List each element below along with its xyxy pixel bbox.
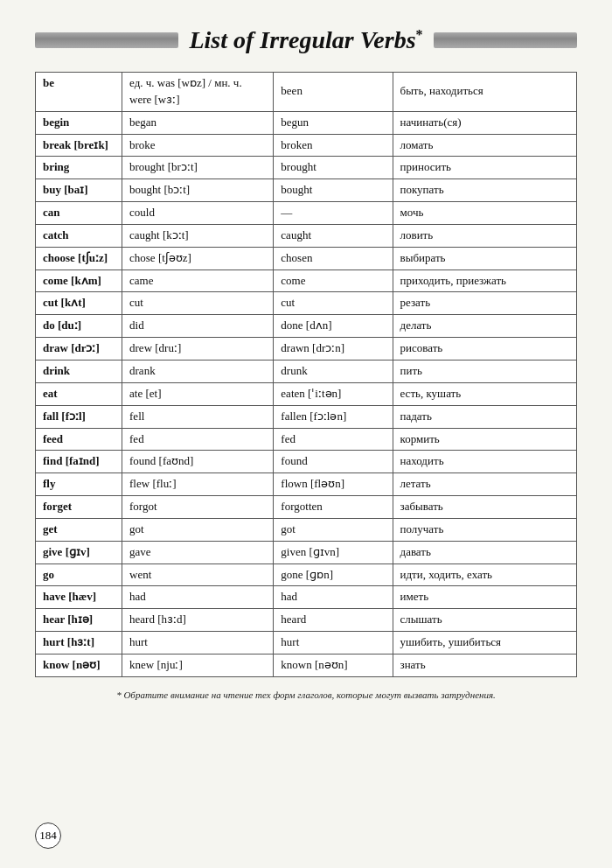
verb-trans: ловить [393,224,576,247]
verb-base: find [faɪnd] [36,451,122,473]
title-text: List of Irregular Verbs [189,26,415,53]
verb-trans: рисовать [393,338,576,360]
verb-base: get [36,518,122,541]
verb-trans: слышать [393,609,576,632]
verb-base: draw [drɔː] [36,338,122,360]
verb-trans: идти, ходить, ехать [393,564,576,586]
verb-base: come [kʌm] [36,270,122,292]
verb-trans: приносить [393,157,576,179]
table-row: give [ɡɪv] gave given [ɡɪvn] давать [36,541,577,564]
verb-past: drank [122,360,274,382]
verb-past: did [122,315,274,338]
table-row: come [kʌm] came come приходить, приезжат… [36,270,577,292]
verb-past: chose [tʃəʊz] [122,247,274,270]
verb-trans: есть, кушать [393,382,576,405]
verb-pp: broken [274,134,393,157]
table-row: forget forgot forgotten забывать [36,496,577,519]
verb-trans: падать [393,405,576,428]
verb-trans: покупать [393,179,576,202]
title-bar-right [434,32,577,48]
verb-base: know [nəʊ] [36,654,122,676]
verb-pp: come [274,270,393,292]
table-row: eat ate [et] eaten [ˈiːtən] есть, кушать [36,382,577,405]
verb-base: forget [36,496,122,519]
verb-pp: caught [274,224,393,247]
table-row: catch caught [kɔːt] caught ловить [36,224,577,247]
verb-pp: brought [274,157,393,179]
title-bar-left [35,32,178,48]
table-row: bring brought [brɔːt] brought приносить [36,157,577,179]
verb-base: bring [36,157,122,179]
verb-past: hurt [122,632,274,654]
verb-pp: heard [274,609,393,632]
verb-past: knew [njuː] [122,654,274,676]
verb-trans: летать [393,473,576,496]
verb-past: ед. ч. was [wɒz] / мн. ч. were [wɜː] [122,73,274,112]
verb-trans: приходить, приезжать [393,270,576,292]
verb-pp: been [274,73,393,112]
verb-pp: drunk [274,360,393,382]
verb-pp: eaten [ˈiːtən] [274,382,393,405]
verb-trans: ушибить, ушибиться [393,632,576,654]
verb-base: fall [fɔːl] [36,405,122,428]
table-row: drink drank drunk пить [36,360,577,382]
verb-trans: давать [393,541,576,564]
page-number: 184 [35,822,61,849]
verb-past: could [122,202,274,225]
verb-pp: got [274,518,393,541]
verb-past: cut [122,292,274,315]
verb-base: choose [tʃuːz] [36,247,122,270]
verb-base: have [hæv] [36,586,122,609]
verb-pp: cut [274,292,393,315]
verb-past: began [122,111,274,134]
verb-trans: пить [393,360,576,382]
table-row: get got got получать [36,518,577,541]
verb-trans: мочь [393,202,576,225]
verb-pp: gone [ɡɒn] [274,564,393,586]
verb-past: fell [122,405,274,428]
table-row: do [duː] did done [dʌn] делать [36,315,577,338]
verb-pp: — [274,202,393,225]
verb-past: had [122,586,274,609]
verb-past: ate [et] [122,382,274,405]
verb-past: drew [druː] [122,338,274,360]
table-row: break [breɪk] broke broken ломать [36,134,577,157]
verb-trans: знать [393,654,576,676]
verb-past: brought [brɔːt] [122,157,274,179]
verb-base: give [ɡɪv] [36,541,122,564]
verb-trans: кормить [393,428,576,451]
verb-past: caught [kɔːt] [122,224,274,247]
verb-base: buy [baɪ] [36,179,122,202]
verb-base: break [breɪk] [36,134,122,157]
verb-trans: ломать [393,134,576,157]
verb-pp: drawn [drɔːn] [274,338,393,360]
verb-trans: иметь [393,586,576,609]
verb-trans: резать [393,292,576,315]
table-row: begin began begun начинать(ся) [36,111,577,134]
table-row: feed fed fed кормить [36,428,577,451]
table-row: draw [drɔː] drew [druː] drawn [drɔːn] ри… [36,338,577,360]
verb-pp: bought [274,179,393,202]
verb-past: found [faʊnd] [122,451,274,473]
verb-base: can [36,202,122,225]
verb-base: drink [36,360,122,382]
table-row: fall [fɔːl] fell fallen [fɔːlən] падать [36,405,577,428]
table-row: cut [kʌt] cut cut резать [36,292,577,315]
verb-pp: fed [274,428,393,451]
verb-base: eat [36,382,122,405]
verb-past: flew [fluː] [122,473,274,496]
verb-past: came [122,270,274,292]
verb-base: go [36,564,122,586]
verb-pp: fallen [fɔːlən] [274,405,393,428]
table-row: have [hæv] had had иметь [36,586,577,609]
verb-base: begin [36,111,122,134]
verb-trans: забывать [393,496,576,519]
verb-pp: done [dʌn] [274,315,393,338]
verb-pp: begun [274,111,393,134]
table-row: find [faɪnd] found [faʊnd] found находит… [36,451,577,473]
verb-past: fed [122,428,274,451]
page-title: List of Irregular Verbs* [189,26,422,54]
verb-base: be [36,73,122,112]
table-row: choose [tʃuːz] chose [tʃəʊz] chosen выби… [36,247,577,270]
verb-past: gave [122,541,274,564]
